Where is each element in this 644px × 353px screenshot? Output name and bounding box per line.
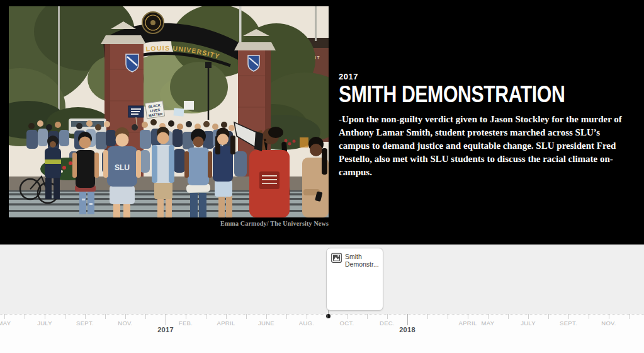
timeline-axis — [0, 314, 644, 353]
timeline-nav[interactable]: Smith Demonstr... MAYJULYSEPT.NOV.2017FE… — [0, 244, 644, 353]
photo-credit: Emma Carmody/ The University News — [9, 220, 329, 227]
event-photo: BUSCH STUDENT — [9, 6, 329, 217]
axis-tick-label: OCT. — [340, 320, 354, 327]
flag-pole — [239, 6, 242, 44]
protest-sign-white: BLACK LIVES MATTER — [145, 101, 164, 119]
axis-tick-label: 2018 — [399, 326, 415, 333]
axis-tick-label: DEC. — [380, 320, 395, 327]
slide-description: -Upon the non-guilty verdict given to Ja… — [339, 113, 630, 179]
axis-tick-label: MAY — [0, 320, 11, 327]
marker-label: Smith Demonstr... — [345, 253, 379, 269]
axis-tick-label: APRIL — [217, 320, 235, 327]
slide-text-block: 2017 SMITH DEMONSTRATION -Upon the non-g… — [339, 72, 635, 179]
axis-tick-label: APRIL — [459, 320, 477, 327]
axis-tick-label: FEB. — [179, 320, 193, 327]
axis-tick-label: AUG. — [299, 320, 314, 327]
axis-tick-label: JULY — [521, 320, 536, 327]
axis-tick-label: JULY — [37, 320, 52, 327]
axis-tick-label: SEPT. — [76, 320, 94, 327]
axis-tick-label: JUNE — [258, 320, 274, 327]
slide-date: 2017 — [339, 72, 635, 81]
axis-tick-label: NOV. — [118, 320, 133, 327]
image-icon — [331, 253, 342, 263]
slide-stage: BUSCH STUDENT — [0, 0, 644, 244]
slide-headline: SMITH DEMONSTRATION — [339, 83, 587, 106]
axis-tick-label: NOV. — [601, 320, 616, 327]
axis-tick-label: SEPT. — [560, 320, 577, 327]
shirt-text: SLU — [115, 163, 130, 172]
protest-photo-illustration: BUSCH STUDENT — [9, 6, 329, 217]
timeline-marker-card[interactable]: Smith Demonstr... — [326, 248, 383, 311]
axis-tick-label: 2017 — [157, 326, 174, 333]
axis-tick-label: MAY — [482, 320, 495, 327]
